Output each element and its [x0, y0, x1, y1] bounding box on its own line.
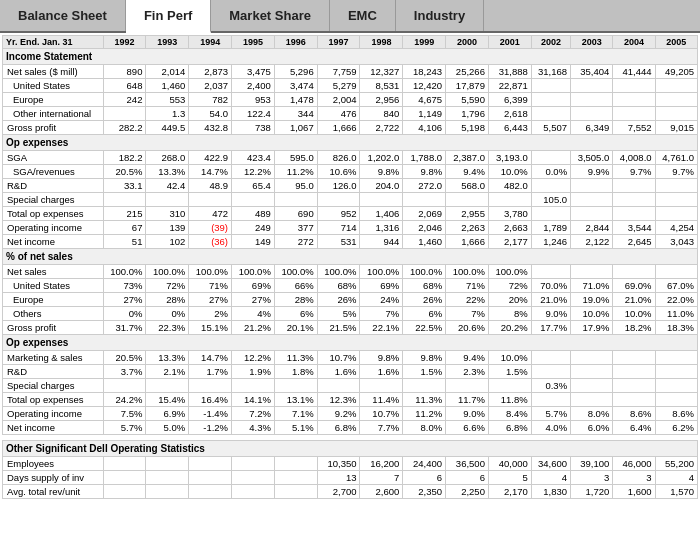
net-sales-row: Net sales ($ mill) 890 2,014 2,873 3,475… — [3, 65, 698, 79]
tab-balance-sheet[interactable]: Balance Sheet — [0, 0, 126, 31]
pct-special-charges-row: Special charges 0.3% — [3, 379, 698, 393]
net-sales-1995: 3,475 — [232, 65, 275, 79]
net-sales-1999: 18,243 — [403, 65, 446, 79]
pct-total-op-row: Total op expenses 24.2% 15.4% 16.4% 14.1… — [3, 393, 698, 407]
pct-net-sales-header: % of net sales — [3, 249, 698, 265]
special-charges-row: Special charges 105.0 — [3, 193, 698, 207]
pct-gross-profit-row: Gross profit 31.7% 22.3% 15.1% 21.2% 20.… — [3, 321, 698, 335]
year-2002: 2002 — [531, 36, 570, 49]
tab-industry[interactable]: Industry — [396, 0, 484, 31]
year-2004: 2004 — [613, 36, 655, 49]
year-2003: 2003 — [571, 36, 613, 49]
pct-net-sales-row: Net sales 100.0% 100.0% 100.0% 100.0% 10… — [3, 265, 698, 279]
year-1997: 1997 — [317, 36, 360, 49]
operating-income-row: Operating income 67 139 (39) 249 377 714… — [3, 221, 698, 235]
pct-net-income-row: Net income 5.7% 5.0% -1.2% 4.3% 5.1% 6.8… — [3, 421, 698, 435]
pct-mkt-sales-row: Marketing & sales 20.5% 13.3% 14.7% 12.2… — [3, 351, 698, 365]
other-intl-row: Other international 1.3 54.0 122.4 344 4… — [3, 107, 698, 121]
net-sales-label: Net sales ($ mill) — [3, 65, 104, 79]
net-sales-2004: 41,444 — [613, 65, 655, 79]
gross-profit-row: Gross profit 282.2 449.5 432.8 738 1,067… — [3, 121, 698, 135]
net-sales-2000: 25,266 — [446, 65, 489, 79]
op-expenses-header-2: Op expenses — [3, 335, 698, 351]
net-sales-1992: 890 — [103, 65, 146, 79]
employees-row: Employees 10,350 16,200 24,400 36,500 40… — [3, 457, 698, 471]
net-sales-2003: 35,404 — [571, 65, 613, 79]
sga-revenues-row: SGA/revenues 20.5% 13.3% 14.7% 12.2% 11.… — [3, 165, 698, 179]
year-1994: 1994 — [189, 36, 232, 49]
year-2000: 2000 — [446, 36, 489, 49]
year-2005: 2005 — [655, 36, 697, 49]
year-1999: 1999 — [403, 36, 446, 49]
pct-us-row: United States 73% 72% 71% 69% 66% 68% 69… — [3, 279, 698, 293]
tab-fin-perf[interactable]: Fin Perf — [126, 0, 211, 33]
year-label-header: Yr. End. Jan. 31 — [3, 36, 104, 49]
net-sales-2002: 31,168 — [531, 65, 570, 79]
net-sales-2001: 31,888 — [488, 65, 531, 79]
net-sales-1996: 5,296 — [274, 65, 317, 79]
pct-operating-income-row: Operating income 7.5% 6.9% -1.4% 7.2% 7.… — [3, 407, 698, 421]
net-sales-1994: 2,873 — [189, 65, 232, 79]
pct-others-row: Others 0% 0% 2% 4% 6% 5% 7% 6% 7% 8% 9.0… — [3, 307, 698, 321]
pct-rnd-row: R&D 3.7% 2.1% 1.7% 1.9% 1.8% 1.6% 1.6% 1… — [3, 365, 698, 379]
year-1992: 1992 — [103, 36, 146, 49]
total-op-row: Total op expenses 215 310 472 489 690 95… — [3, 207, 698, 221]
tab-bar: Balance Sheet Fin Perf Market Share EMC … — [0, 0, 700, 33]
net-sales-1993: 2,014 — [146, 65, 189, 79]
year-1995: 1995 — [232, 36, 275, 49]
op-expenses-header-1: Op expenses — [3, 135, 698, 151]
app-container: Balance Sheet Fin Perf Market Share EMC … — [0, 0, 700, 501]
income-statement-label: Income Statement — [3, 49, 698, 65]
other-stats-header: Other Significant Dell Operating Statist… — [3, 441, 698, 457]
net-sales-2005: 49,205 — [655, 65, 697, 79]
income-statement-header: Income Statement — [3, 49, 698, 65]
pct-europe-row: Europe 27% 28% 27% 27% 28% 26% 24% 26% 2… — [3, 293, 698, 307]
tab-market-share[interactable]: Market Share — [211, 0, 330, 31]
year-1998: 1998 — [360, 36, 403, 49]
net-income-row: Net income 51 102 (36) 149 272 531 944 1… — [3, 235, 698, 249]
year-1993: 1993 — [146, 36, 189, 49]
us-row: United States 648 1,460 2,037 2,400 3,47… — [3, 79, 698, 93]
net-sales-1997: 7,759 — [317, 65, 360, 79]
tab-emc[interactable]: EMC — [330, 0, 396, 31]
avg-rev-row: Avg. total rev/unit 2,700 2,600 2,350 2,… — [3, 485, 698, 499]
europe-row: Europe 242 553 782 953 1,478 2,004 2,956… — [3, 93, 698, 107]
financial-table: Yr. End. Jan. 31 1992 1993 1994 1995 199… — [2, 35, 698, 499]
year-1996: 1996 — [274, 36, 317, 49]
main-content: Yr. End. Jan. 31 1992 1993 1994 1995 199… — [0, 33, 700, 501]
year-2001: 2001 — [488, 36, 531, 49]
column-header-row: Yr. End. Jan. 31 1992 1993 1994 1995 199… — [3, 36, 698, 49]
net-sales-1998: 12,327 — [360, 65, 403, 79]
rnd-row: R&D 33.1 42.4 48.9 65.4 95.0 126.0 204.0… — [3, 179, 698, 193]
sga-row: SGA 182.2 268.0 422.9 423.4 595.0 826.0 … — [3, 151, 698, 165]
days-supply-row: Days supply of inv 13 7 6 6 5 4 3 3 4 — [3, 471, 698, 485]
